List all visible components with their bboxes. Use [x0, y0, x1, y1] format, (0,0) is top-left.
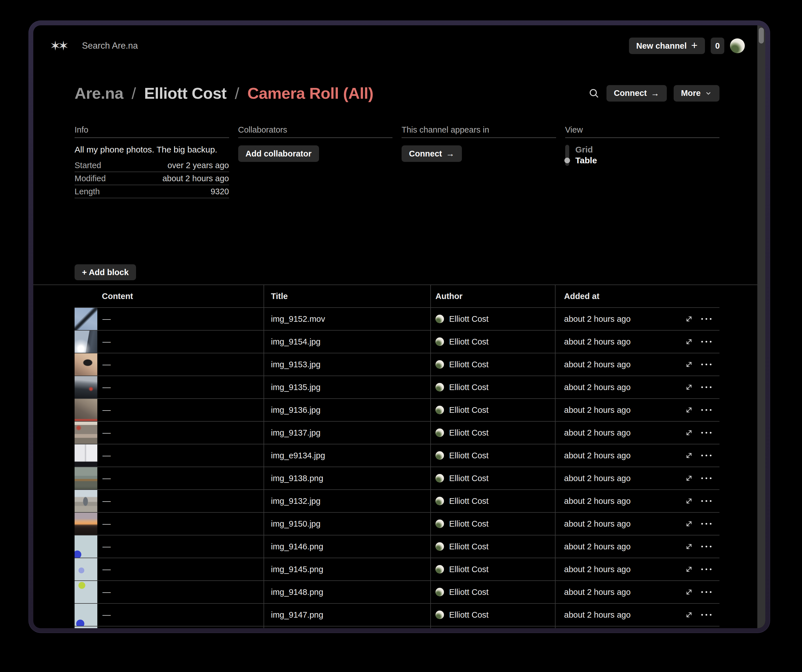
appears-in-connect-button[interactable]: Connect →	[401, 145, 462, 162]
new-channel-button[interactable]: New channel +	[629, 37, 705, 54]
expand-icon[interactable]	[685, 315, 693, 323]
content-dash: —	[102, 588, 111, 597]
expand-icon[interactable]	[685, 360, 693, 369]
ellipsis-menu-icon[interactable]	[701, 341, 711, 342]
block-title-link[interactable]: img_9132.jpg	[271, 496, 320, 506]
expand-icon[interactable]	[685, 542, 693, 551]
expand-icon[interactable]	[685, 406, 693, 414]
expand-icon[interactable]	[685, 565, 693, 573]
ellipsis-menu-icon[interactable]	[701, 477, 711, 479]
ellipsis-menu-icon[interactable]	[701, 569, 711, 570]
author-name-link[interactable]: Elliott Cost	[449, 474, 489, 483]
add-collaborator-button[interactable]: Add collaborator	[238, 145, 319, 162]
block-title-link[interactable]: img_9153.jpg	[271, 360, 320, 369]
expand-icon[interactable]	[685, 474, 693, 483]
breadcrumb-arena-link[interactable]: Are.na	[74, 84, 123, 102]
block-title-link[interactable]: img_9138.png	[271, 474, 323, 483]
block-title-link[interactable]: img_9154.jpg	[271, 337, 320, 347]
ellipsis-menu-icon[interactable]	[701, 455, 711, 456]
content-cell: —	[74, 513, 264, 535]
block-thumbnail[interactable]	[74, 535, 97, 557]
ellipsis-menu-icon[interactable]	[701, 500, 711, 502]
block-title-link[interactable]: img_9146.png	[271, 542, 323, 551]
block-thumbnail[interactable]	[74, 627, 97, 628]
connect-button[interactable]: Connect →	[606, 85, 667, 102]
column-header-author[interactable]: Author	[430, 285, 555, 307]
block-thumbnail[interactable]	[74, 467, 97, 489]
ellipsis-menu-icon[interactable]	[701, 523, 711, 525]
author-name-link[interactable]: Elliott Cost	[449, 496, 489, 506]
block-thumbnail[interactable]	[74, 490, 97, 512]
block-title-link[interactable]: img_e9134.jpg	[271, 451, 325, 460]
ellipsis-menu-icon[interactable]	[701, 591, 711, 593]
author-name-link[interactable]: Elliott Cost	[449, 383, 489, 392]
author-name-link[interactable]: Elliott Cost	[449, 360, 489, 369]
ellipsis-menu-icon[interactable]	[701, 318, 711, 320]
ellipsis-menu-icon[interactable]	[701, 432, 711, 434]
block-title-link[interactable]: img_9135.jpg	[271, 383, 320, 392]
notification-count-badge[interactable]: 0	[711, 37, 724, 54]
view-option[interactable]: Table	[576, 155, 720, 166]
arena-logo-icon[interactable]: ✶✶	[50, 39, 66, 52]
search-input[interactable]	[82, 41, 241, 51]
block-thumbnail[interactable]	[74, 581, 97, 603]
expand-icon[interactable]	[685, 520, 693, 528]
column-header-added-at[interactable]: Added at	[555, 285, 720, 307]
scrollbar-track[interactable]	[757, 25, 765, 628]
expand-icon[interactable]	[685, 428, 693, 437]
block-thumbnail[interactable]	[74, 308, 97, 330]
author-cell: Elliott Cost	[430, 353, 555, 376]
block-thumbnail[interactable]	[74, 399, 97, 421]
author-name-link[interactable]: Elliott Cost	[449, 565, 489, 574]
content-dash: —	[102, 383, 111, 392]
user-avatar[interactable]	[730, 39, 745, 53]
author-avatar	[435, 406, 444, 414]
expand-icon[interactable]	[685, 383, 693, 391]
block-title-link[interactable]: img_9147.png	[271, 610, 323, 620]
author-name-link[interactable]: Elliott Cost	[449, 610, 489, 620]
column-header-content[interactable]: Content	[74, 285, 264, 307]
block-title-link[interactable]: img_9145.png	[271, 565, 323, 574]
expand-icon[interactable]	[685, 451, 693, 460]
view-option[interactable]: Grid	[576, 144, 720, 155]
block-title-link[interactable]: img_9137.jpg	[271, 428, 320, 438]
meta-value: over 2 years ago	[167, 161, 229, 170]
expand-icon[interactable]	[685, 588, 693, 596]
ellipsis-menu-icon[interactable]	[701, 386, 711, 388]
ellipsis-menu-icon[interactable]	[701, 546, 711, 548]
block-thumbnail[interactable]	[74, 376, 97, 398]
arrow-right-icon: →	[651, 89, 660, 98]
search-icon[interactable]	[588, 88, 600, 99]
block-thumbnail[interactable]	[74, 444, 97, 467]
expand-icon[interactable]	[685, 338, 693, 346]
add-block-button[interactable]: + Add block	[74, 264, 136, 280]
author-name-link[interactable]: Elliott Cost	[449, 542, 489, 551]
author-name-link[interactable]: Elliott Cost	[449, 588, 489, 597]
breadcrumb-user-link[interactable]: Elliott Cost	[144, 84, 226, 102]
ellipsis-menu-icon[interactable]	[701, 614, 711, 615]
author-name-link[interactable]: Elliott Cost	[449, 519, 489, 528]
block-title-link[interactable]: img_9150.jpg	[271, 519, 320, 528]
added-at-text: about 2 hours ago	[564, 565, 631, 574]
block-thumbnail[interactable]	[74, 604, 97, 626]
author-name-link[interactable]: Elliott Cost	[449, 405, 489, 415]
author-name-link[interactable]: Elliott Cost	[449, 314, 489, 324]
author-name-link[interactable]: Elliott Cost	[449, 428, 489, 438]
ellipsis-menu-icon[interactable]	[701, 409, 711, 411]
more-button[interactable]: More	[674, 85, 720, 102]
block-title-link[interactable]: img_9148.png	[271, 588, 323, 597]
block-title-link[interactable]: img_9136.jpg	[271, 405, 320, 415]
ellipsis-menu-icon[interactable]	[701, 363, 711, 365]
expand-icon[interactable]	[685, 497, 693, 505]
expand-icon[interactable]	[685, 611, 693, 619]
block-thumbnail[interactable]	[74, 422, 97, 444]
block-title-link[interactable]: img_9152.mov	[271, 314, 325, 324]
column-header-title[interactable]: Title	[264, 285, 430, 307]
block-thumbnail[interactable]	[74, 558, 97, 580]
author-name-link[interactable]: Elliott Cost	[449, 337, 489, 347]
block-thumbnail[interactable]	[74, 353, 97, 376]
block-thumbnail[interactable]	[74, 331, 97, 353]
block-thumbnail[interactable]	[74, 513, 97, 535]
scrollbar-thumb[interactable]	[759, 27, 764, 44]
author-name-link[interactable]: Elliott Cost	[449, 451, 489, 460]
